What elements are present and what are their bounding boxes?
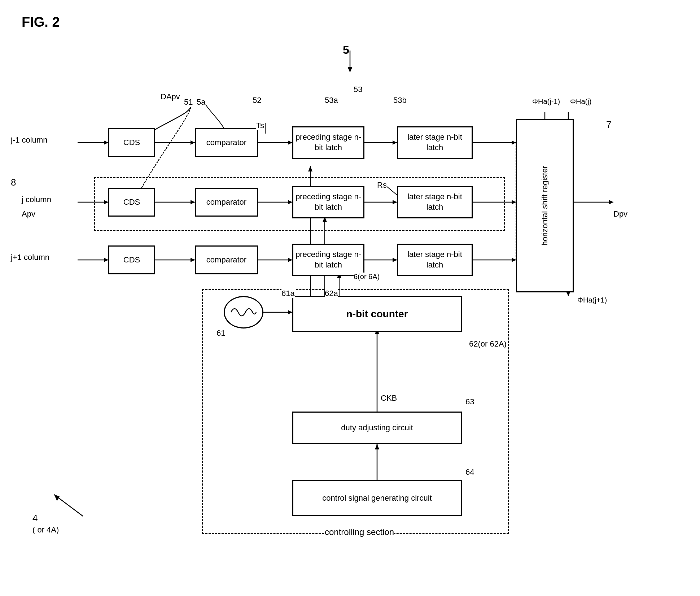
latch3a-box: preceding stage n-bit latch [292,244,364,276]
latch1b-box: later stage n-bit latch [397,126,473,159]
controlling-section-box [202,289,509,534]
phi-ha-jp1-label: ΦHa(j+1) [577,296,607,304]
svg-marker-27 [288,258,292,262]
fig-title: FIG. 2 [22,14,60,30]
ref-8: 8 [11,177,16,188]
svg-marker-25 [191,258,195,262]
svg-marker-11 [512,140,516,145]
ref-53a: 53a [325,96,338,105]
svg-marker-9 [393,140,397,145]
svg-marker-35 [308,166,312,171]
comp3-box: comparator [195,245,258,274]
col-j-label: j column [22,195,51,204]
svg-marker-31 [512,258,516,262]
ref-5a: 5a [197,97,205,107]
diagram: FIG. 2 [0,0,700,596]
latch1a-box: preceding stage n-bit latch [292,126,364,159]
svg-marker-7 [288,140,292,145]
ref-62a: 62a [325,289,338,298]
svg-marker-21 [512,200,516,204]
dapv-label: DApv [161,92,180,101]
ref-6: 6(or 6A) [354,273,380,281]
phi-ha-j1-label: ΦHa(j-1) [532,97,560,106]
svg-marker-1 [347,67,353,72]
ref-5: 5 [343,43,349,57]
cds3-box: CDS [108,245,155,274]
ref-51: 51 [184,97,193,107]
ckb-label: CKB [381,393,397,403]
svg-marker-23 [104,258,108,262]
ref-62: 62(or 62A) [469,339,507,349]
col-jp1-label: j+1 column [11,253,49,262]
comp1-box: comparator [195,128,258,157]
ctrl-section-label: controlling section [325,527,394,549]
col-j1-label: j-1 column [11,135,47,145]
ref4-arrow [36,487,108,531]
svg-marker-33 [609,200,613,204]
ref-7: 7 [606,119,611,130]
hsr-box: horizontal shift register [516,119,574,292]
rs-label: Rs [377,180,387,190]
ts-label: Ts [256,121,264,130]
ref-52: 52 [253,96,261,105]
svg-marker-5 [191,140,195,145]
j-column-dashed-box [94,177,505,231]
svg-marker-3 [104,140,108,145]
ref-61: 61 [216,329,225,338]
ref-61a: 61a [281,289,295,298]
ref-53: 53 [354,85,362,94]
phi-ha-j-label: ΦHa(j) [570,97,591,106]
ref-53b: 53b [393,96,407,105]
ref-64: 64 [465,467,474,477]
svg-marker-29 [393,258,397,262]
ref-63: 63 [465,397,474,406]
latch3b-box: later stage n-bit latch [397,244,473,276]
apv-label: Apv [22,209,35,219]
cds1-box: CDS [108,128,155,157]
svg-marker-58 [54,495,60,501]
dpv-label: Dpv [613,209,627,219]
